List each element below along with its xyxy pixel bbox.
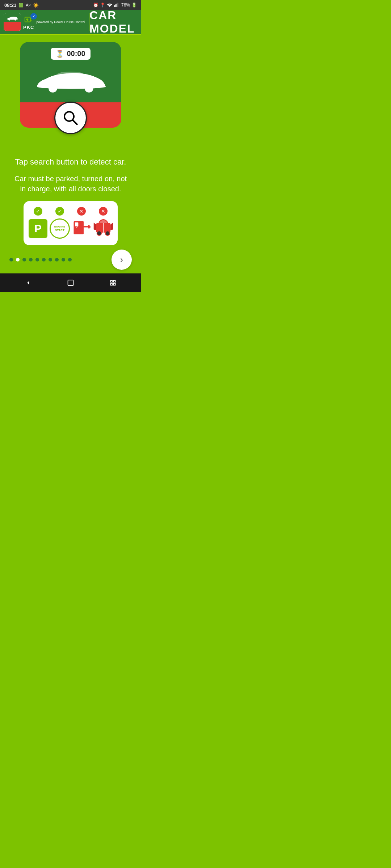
dot-2[interactable]	[22, 258, 26, 261]
battery-icon: 🔋	[131, 3, 137, 8]
dot-0[interactable]	[9, 258, 13, 261]
svg-rect-24	[113, 280, 115, 282]
next-button[interactable]: ›	[112, 250, 132, 270]
recents-button[interactable]	[104, 276, 122, 290]
condition-doors: ✕	[92, 207, 114, 239]
notification-icon: 🟩	[18, 3, 24, 8]
battery-percentage: 76%	[121, 3, 130, 8]
instruction-line-2: Car must be parked, turned on, not in ch…	[13, 174, 128, 194]
auto-icon: A×	[26, 3, 31, 7]
engine-check: ✓	[55, 207, 64, 216]
svg-point-10	[85, 84, 93, 93]
instruction-line-1: Tap search button to detect car.	[13, 157, 128, 168]
check-badge: ✓	[30, 13, 37, 20]
parking-icon: P	[29, 219, 47, 238]
dot-4[interactable]	[35, 258, 39, 261]
svg-point-5	[14, 19, 16, 21]
svg-rect-23	[110, 280, 112, 282]
dot-1[interactable]	[16, 258, 20, 261]
signal-icon	[114, 3, 120, 8]
svg-rect-1	[115, 4, 116, 7]
svg-rect-0	[114, 5, 115, 7]
svg-rect-22	[68, 280, 73, 285]
instruction-area: Tap search button to detect car. Car mus…	[6, 157, 135, 194]
home-button[interactable]	[62, 276, 80, 290]
timer-value: 00:00	[67, 50, 85, 58]
status-right: ⏰ 📍 76% 🔋	[93, 3, 137, 8]
parked-check: ✓	[34, 207, 42, 216]
parking-icon-wrap: P	[27, 218, 49, 239]
condition-charging: ✕	[71, 207, 92, 239]
svg-rect-3	[117, 3, 118, 7]
timer-icon: ⏳	[56, 50, 64, 58]
svg-point-4	[8, 19, 10, 21]
svg-point-9	[49, 84, 57, 93]
dot-9[interactable]	[68, 258, 72, 261]
svg-rect-25	[110, 283, 112, 285]
svg-rect-2	[116, 4, 117, 7]
dot-row: ›	[6, 250, 135, 273]
brightness-icon: ☀️	[33, 3, 39, 8]
car-card-green-top: ⏳ 00:00	[20, 42, 121, 102]
engine-start-icon: ENGINESTART	[50, 218, 70, 239]
svg-point-11	[64, 112, 74, 121]
logo-bottom-half	[4, 22, 21, 31]
status-left: 08:21 🟩 A× ☀️	[4, 3, 39, 8]
app-logo-icon	[4, 13, 21, 31]
condition-parked: ✓ P	[27, 207, 49, 239]
main-content: ⏳ 00:00 Tap search button	[0, 35, 141, 273]
location-icon: 📍	[100, 3, 105, 8]
svg-line-12	[73, 120, 77, 125]
app-logo-section: ✓ PKC powered by Power Cruise Control	[0, 10, 89, 34]
pkc-badge-wrap: ✓ PKC	[23, 14, 34, 30]
dot-8[interactable]	[62, 258, 65, 261]
status-time: 08:21	[4, 3, 16, 8]
conditions-card: ✓ P ✓ ENGINESTART ✕	[24, 201, 118, 245]
bottom-nav	[0, 273, 141, 292]
dot-5[interactable]	[42, 258, 46, 261]
engine-icon-wrap: ENGINESTART	[49, 218, 71, 239]
svg-point-20	[105, 231, 109, 235]
timer-badge: ⏳ 00:00	[51, 48, 90, 60]
app-bar: ✓ PKC powered by Power Cruise Control CA…	[0, 10, 141, 35]
doors-icon-wrap	[92, 218, 114, 239]
app-title: CAR MODEL	[89, 10, 141, 34]
powered-by-text: powered by Power Cruise Control	[36, 20, 85, 24]
dot-3[interactable]	[29, 258, 33, 261]
dot-7[interactable]	[55, 258, 59, 261]
car-card: ⏳ 00:00	[20, 42, 121, 128]
svg-rect-26	[113, 283, 115, 285]
dot-6[interactable]	[49, 258, 52, 261]
condition-engine: ✓ ENGINESTART	[49, 207, 71, 239]
pkc-label: PKC	[23, 25, 34, 30]
page-dots	[9, 258, 72, 261]
svg-point-19	[97, 231, 101, 235]
search-button[interactable]	[54, 102, 87, 134]
charge-icon-wrap	[71, 218, 92, 239]
back-button[interactable]	[19, 276, 37, 290]
wifi-icon	[107, 3, 113, 8]
alarm-icon: ⏰	[93, 3, 98, 8]
car-silhouette	[26, 64, 115, 97]
doors-check: ✕	[99, 207, 108, 216]
charging-check: ✕	[77, 207, 86, 216]
logo-top-half	[4, 13, 21, 22]
